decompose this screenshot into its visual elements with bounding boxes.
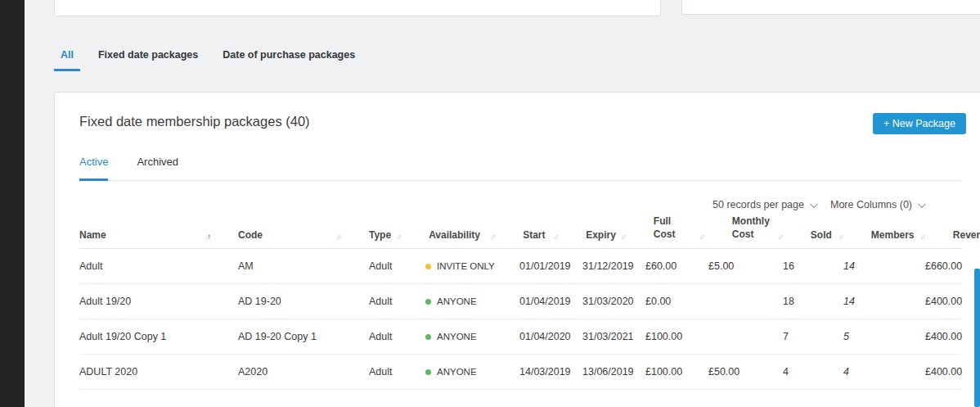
cell-full-cost: £60.00 <box>645 260 708 272</box>
tab-date-of-purchase-packages[interactable]: Date of purchase packages <box>216 41 362 71</box>
more-columns-label: More Columns (0) <box>830 199 912 210</box>
cell-full-cost: £0.00 <box>645 296 708 307</box>
top-panel-left <box>54 0 661 16</box>
tab-archived[interactable]: Archived <box>137 156 178 181</box>
cell-type: Adult <box>369 331 425 342</box>
table-header-row: Name ↓↑ Code ↓↑ Type ↓↑ Availability ↓↑ … <box>79 215 961 249</box>
cell-revenue: £400.00 <box>925 331 980 342</box>
left-sidebar <box>0 0 25 407</box>
table-row[interactable]: Adult AM Adult INVITE ONLY 01/01/2019 31… <box>79 249 961 284</box>
records-per-page-label: 50 records per page <box>713 199 804 210</box>
column-header-full-cost[interactable]: Full Cost ↓↑ <box>654 215 732 241</box>
cell-expiry: 13/06/2019 <box>582 366 645 378</box>
cell-sold: 7 <box>783 331 843 342</box>
column-header-code[interactable]: Code ↓↑ <box>238 229 369 241</box>
column-header-revenue[interactable]: Revenue ↓↑ <box>953 229 980 241</box>
cell-start: 01/04/2020 <box>519 331 582 342</box>
table-row[interactable]: Adult 19/20 AD 19-20 Adult ANYONE 01/04/… <box>79 284 961 319</box>
sort-icon[interactable]: ↓↑ <box>331 233 340 241</box>
cell-members: 5 <box>843 331 925 342</box>
header-label: Name <box>79 229 106 241</box>
cell-type: Adult <box>369 366 425 378</box>
cell-name: Adult 19/20 Copy 1 <box>79 331 238 342</box>
header-label: Start <box>523 229 545 241</box>
header-label: Expiry <box>586 229 616 241</box>
cell-expiry: 31/03/2020 <box>582 296 645 307</box>
header-label: Availability <box>429 229 480 241</box>
availability-label: ANYONE <box>437 332 477 341</box>
tab-active[interactable]: Active <box>79 156 108 181</box>
sort-icon[interactable]: ↓↑ <box>695 233 704 241</box>
cell-members: 4 <box>843 366 925 378</box>
cell-expiry: 31/03/2021 <box>582 331 645 342</box>
column-header-members[interactable]: Members ↓↑ <box>871 229 953 241</box>
cell-members: 14 <box>843 260 925 272</box>
cell-start: 01/04/2019 <box>519 296 582 307</box>
cell-availability: ANYONE <box>425 367 519 377</box>
cell-full-cost: £100.00 <box>645 366 708 378</box>
availability-label: ANYONE <box>437 367 477 377</box>
table-controls: 50 records per page More Columns (0) <box>79 199 961 210</box>
column-header-name[interactable]: Name ↓↑ <box>79 229 238 241</box>
cell-revenue: £400.00 <box>925 366 980 378</box>
header-label: Sold <box>811 229 832 241</box>
table-row[interactable]: ADULT 2020 A2020 Adult ANYONE 14/03/2019… <box>79 355 961 390</box>
sort-icon[interactable]: ↓↑ <box>548 233 557 241</box>
cell-code: AD 19-20 Copy 1 <box>238 331 369 342</box>
records-per-page-dropdown[interactable]: 50 records per page <box>713 199 816 210</box>
availability-dot-icon <box>425 369 431 375</box>
tab-all[interactable]: All <box>54 41 80 71</box>
cell-monthly-cost: £50.00 <box>708 366 783 378</box>
cell-start: 01/01/2019 <box>519 260 582 272</box>
cell-availability: ANYONE <box>425 332 519 341</box>
new-package-button[interactable]: + New Package <box>873 113 966 134</box>
cell-monthly-cost: £5.00 <box>708 260 783 272</box>
sort-icon[interactable]: ↓↑ <box>915 233 924 241</box>
column-header-availability[interactable]: Availability ↓↑ <box>429 229 523 241</box>
header-label: Type <box>369 229 391 241</box>
cell-start: 14/03/2019 <box>519 366 582 378</box>
top-panel-right <box>681 0 980 15</box>
packages-panel: Fixed date membership packages (40) + Ne… <box>54 92 980 407</box>
table-row[interactable]: Adult 19/20 Copy 1 AD 19-20 Copy 1 Adult… <box>79 319 961 355</box>
sort-icon[interactable]: ↓↑ <box>773 233 782 241</box>
tab-fixed-date-packages[interactable]: Fixed date packages <box>92 41 205 71</box>
header-label: Full Cost <box>654 215 695 241</box>
header-label: Monthly Cost <box>732 215 773 241</box>
column-header-type[interactable]: Type ↓↑ <box>369 229 429 241</box>
cell-members: 14 <box>843 296 925 307</box>
cell-availability: INVITE ONLY <box>425 261 519 271</box>
panel-title: Fixed date membership packages (40) <box>79 114 961 129</box>
cell-full-cost: £100.00 <box>645 331 708 342</box>
more-columns-dropdown[interactable]: More Columns (0) <box>830 199 924 210</box>
cell-type: Adult <box>369 296 425 307</box>
availability-dot-icon <box>425 264 431 269</box>
cell-sold: 4 <box>783 366 843 378</box>
cell-sold: 16 <box>783 260 843 272</box>
header-label: Members <box>871 229 915 241</box>
cell-revenue: £400.00 <box>925 296 980 307</box>
sort-icon[interactable]: ↓↑ <box>834 233 843 241</box>
cell-sold: 18 <box>783 296 843 307</box>
cell-code: AM <box>238 260 369 272</box>
sort-icon[interactable]: ↓↑ <box>485 233 494 241</box>
header-label: Code <box>238 229 263 241</box>
sort-icon[interactable]: ↓↑ <box>200 233 209 241</box>
header-label: Revenue <box>953 229 980 241</box>
cell-expiry: 31/12/2019 <box>582 260 645 272</box>
status-tabs: Active Archived <box>79 156 961 181</box>
sort-icon[interactable]: ↓↑ <box>616 233 625 241</box>
column-header-expiry[interactable]: Expiry ↓↑ <box>586 229 654 241</box>
package-type-tabs: All Fixed date packages Date of purchase… <box>54 41 362 71</box>
column-header-sold[interactable]: Sold ↓↑ <box>811 229 871 241</box>
column-header-monthly-cost[interactable]: Monthly Cost ↓↑ <box>732 215 811 241</box>
cell-name: ADULT 2020 <box>79 366 238 378</box>
availability-dot-icon <box>425 334 431 340</box>
availability-label: ANYONE <box>437 296 477 306</box>
column-header-start[interactable]: Start ↓↑ <box>523 229 586 241</box>
cell-name: Adult 19/20 <box>79 296 238 307</box>
cell-code: AD 19-20 <box>238 296 369 307</box>
availability-label: INVITE ONLY <box>437 261 495 271</box>
sort-icon[interactable]: ↓↑ <box>391 233 400 241</box>
vertical-scrollbar[interactable] <box>974 269 980 407</box>
